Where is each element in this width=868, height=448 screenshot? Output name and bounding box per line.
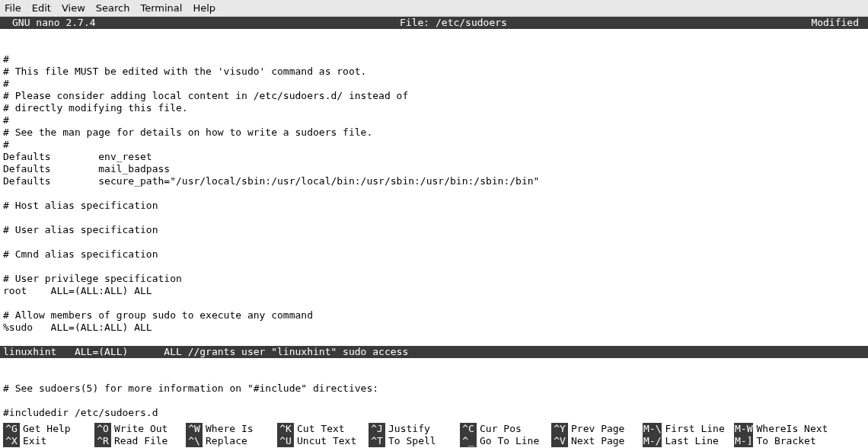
shortcut-item: ^VNext Page	[551, 435, 643, 447]
editor-line[interactable]	[3, 297, 865, 309]
editor-line[interactable]: # See sudoers(5) for more information on…	[3, 382, 865, 395]
shortcut-row-2: ^XExit^RRead File^\Replace^UUncut Text^T…	[3, 435, 865, 447]
shortcut-desc: Where Is	[203, 423, 254, 435]
shortcut-desc: Last Line	[662, 435, 718, 447]
shortcut-key: ^_	[460, 435, 477, 447]
shortcut-key: ^O	[94, 423, 111, 435]
shortcut-key: M-\	[643, 423, 662, 435]
menu-item-search[interactable]: Search	[96, 2, 130, 14]
shortcut-item: ^_Go To Line	[460, 435, 551, 447]
editor-line[interactable]: #	[3, 53, 865, 66]
editor-line[interactable]: linuxhint ALL=(ALL) ALL //grants user "l…	[0, 346, 868, 358]
editor-line[interactable]: #	[3, 139, 865, 151]
shortcut-desc: Uncut Text	[294, 435, 356, 447]
shortcut-key: ^\	[186, 435, 203, 447]
shortcut-item: ^TTo Spell	[369, 435, 460, 447]
shortcut-item: ^GGet Help	[3, 423, 94, 435]
editor-line[interactable]	[3, 187, 865, 200]
editor-line[interactable]: # Please consider adding local content i…	[3, 90, 865, 102]
editor-line[interactable]: # Cmnd alias specification	[3, 248, 865, 261]
shortcut-desc: Prev Page	[568, 423, 624, 435]
editor-line[interactable]	[3, 261, 865, 273]
editor-line[interactable]: root ALL=(ALL:ALL) ALL	[3, 285, 865, 297]
editor-line[interactable]: Defaults secure_path="/usr/local/sbin:/u…	[3, 175, 865, 187]
editor-line[interactable]: # User privilege specification	[3, 273, 865, 285]
editor-line[interactable]: # Allow members of group sudo to execute…	[3, 309, 865, 322]
shortcut-item: M-\First Line	[643, 423, 734, 435]
shortcut-desc: Cur Pos	[477, 423, 522, 435]
editor-line[interactable]	[3, 41, 865, 53]
editor-line[interactable]: Defaults env_reset	[3, 151, 865, 163]
menu-bar: File Edit View Search Terminal Help	[0, 0, 868, 17]
shortcut-item: ^WWhere Is	[186, 423, 277, 435]
shortcut-desc: To Bracket	[753, 435, 815, 447]
shortcut-desc: Replace	[203, 435, 247, 447]
menu-item-edit[interactable]: Edit	[32, 2, 51, 14]
editor-line[interactable]	[3, 236, 865, 248]
shortcut-desc: To Spell	[385, 435, 436, 447]
shortcut-key: ^R	[94, 435, 111, 447]
editor-line[interactable]: # User alias specification	[3, 224, 865, 236]
editor-line[interactable]	[3, 370, 865, 382]
menu-item-terminal[interactable]: Terminal	[140, 2, 182, 14]
shortcut-item: ^KCut Text	[277, 423, 369, 435]
editor-line[interactable]: # See the man page for details on how to…	[3, 126, 865, 139]
nano-file-name: File: /etc/sudoers	[96, 17, 812, 29]
shortcut-key: M-/	[643, 435, 662, 447]
shortcut-desc: Get Help	[20, 423, 71, 435]
nano-title-bar: GNU nano 2.7.4 File: /etc/sudoers Modifi…	[0, 17, 868, 29]
shortcut-item: ^OWrite Out	[94, 423, 186, 435]
shortcut-desc: Cut Text	[294, 423, 345, 435]
editor-line[interactable]: #	[3, 114, 865, 126]
shortcut-key: M-]	[734, 435, 753, 447]
shortcut-key: M-W	[734, 423, 753, 435]
editor-line[interactable]: #	[3, 78, 865, 90]
nano-modified-status: Modified	[811, 17, 863, 29]
shortcut-item: ^JJustify	[369, 423, 460, 435]
shortcut-item: M-WWhereIs Next	[734, 423, 856, 435]
shortcut-key: ^G	[3, 423, 20, 435]
nano-app-name: GNU nano 2.7.4	[5, 17, 96, 29]
editor-line[interactable]: Defaults mail_badpass	[3, 163, 865, 175]
shortcut-key: ^X	[3, 435, 20, 447]
shortcut-item: ^UUncut Text	[277, 435, 369, 447]
shortcut-desc: Read File	[111, 435, 168, 447]
editor-line[interactable]	[3, 29, 865, 41]
shortcut-item: ^CCur Pos	[460, 423, 551, 435]
editor-line[interactable]	[3, 334, 865, 346]
menu-item-help[interactable]: Help	[193, 2, 215, 14]
shortcut-key: ^C	[460, 423, 477, 435]
nano-shortcuts: ^GGet Help^OWrite Out^WWhere Is^KCut Tex…	[0, 423, 868, 448]
editor-area[interactable]: ## This file MUST be edited with the 'vi…	[0, 29, 868, 419]
shortcut-item: M-/Last Line	[643, 435, 734, 447]
shortcut-desc: First Line	[662, 423, 724, 435]
menu-item-view[interactable]: View	[62, 2, 85, 14]
shortcut-desc: Go To Line	[477, 435, 539, 447]
editor-line[interactable]: %sudo ALL=(ALL:ALL) ALL	[3, 322, 865, 334]
shortcut-item: ^\Replace	[186, 435, 277, 447]
shortcut-desc: Exit	[20, 435, 46, 447]
editor-line[interactable]: # Host alias specification	[3, 200, 865, 212]
editor-line[interactable]	[3, 358, 865, 370]
shortcut-key: ^J	[369, 423, 385, 435]
shortcut-key: ^K	[277, 423, 294, 435]
shortcut-desc: WhereIs Next	[753, 423, 828, 435]
shortcut-key: ^W	[186, 423, 203, 435]
shortcut-item: ^XExit	[3, 435, 94, 447]
shortcut-key: ^T	[369, 435, 385, 447]
shortcut-row-1: ^GGet Help^OWrite Out^WWhere Is^KCut Tex…	[3, 423, 865, 435]
menu-item-file[interactable]: File	[5, 2, 21, 14]
shortcut-key: ^Y	[551, 423, 568, 435]
editor-line[interactable]: # directly modifying this file.	[3, 102, 865, 114]
shortcut-item: ^RRead File	[94, 435, 186, 447]
editor-line[interactable]: # This file MUST be edited with the 'vis…	[3, 66, 865, 78]
editor-line[interactable]: #includedir /etc/sudoers.d	[3, 407, 865, 419]
shortcut-item: M-]To Bracket	[734, 435, 856, 447]
shortcut-desc: Justify	[385, 423, 430, 435]
shortcut-key: ^V	[551, 435, 568, 447]
shortcut-desc: Write Out	[111, 423, 168, 435]
editor-line[interactable]	[3, 395, 865, 407]
editor-line[interactable]	[3, 212, 865, 224]
shortcut-key: ^U	[277, 435, 294, 447]
shortcut-item: ^YPrev Page	[551, 423, 643, 435]
